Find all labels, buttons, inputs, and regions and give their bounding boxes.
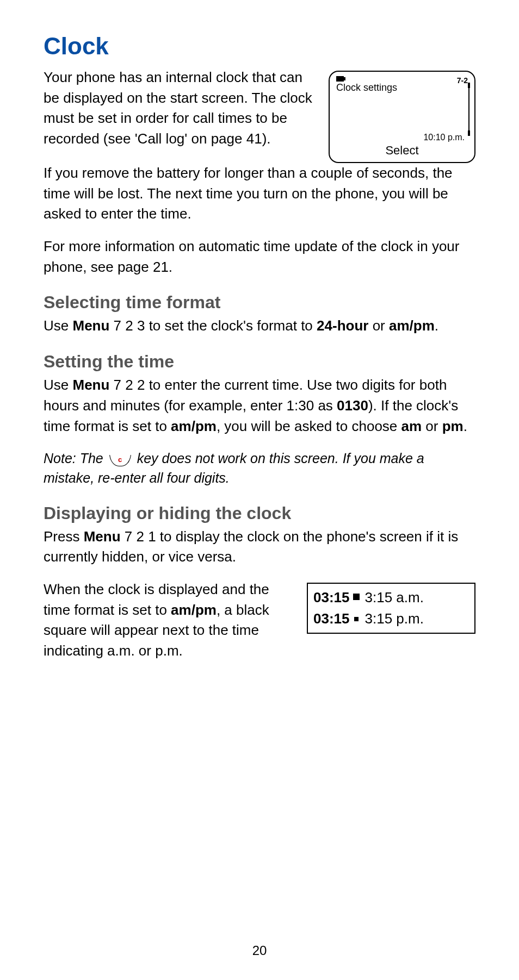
auto-update-paragraph: For more information on automatic time u… (44, 236, 475, 277)
phone-scrollbar (468, 83, 470, 136)
time-plain-pm: 3:15 p.m. (365, 608, 424, 629)
time-plain-am: 3:15 a.m. (365, 587, 424, 608)
phone-menu-number: 7-2 (457, 76, 468, 85)
phone-menu-title: Clock settings (336, 83, 397, 93)
phone-time: 10:10 p.m. (423, 133, 465, 142)
section-displaying-hiding-clock: Displaying or hiding the clock (44, 503, 475, 523)
intro-paragraph: Your phone has an internal clock that ca… (44, 67, 312, 149)
page-number: 20 (0, 943, 519, 958)
sec2-paragraph: Use Menu 7 2 2 to enter the current time… (44, 375, 475, 436)
am-square-icon (353, 594, 360, 600)
battery-paragraph: If you remove the battery for longer tha… (44, 163, 475, 224)
sec1-paragraph: Use Menu 7 2 3 to set the clock's format… (44, 316, 475, 336)
sec2-note: Note: The c key does not work on this sc… (44, 448, 475, 488)
phone-softkey-label: Select (336, 143, 468, 158)
sec3-paragraph-2: When the clock is displayed and the time… (44, 579, 291, 661)
section-selecting-time-format: Selecting time format (44, 292, 475, 313)
phone-screen-figure: Clock settings 7-2 10:10 p.m. Select (329, 71, 475, 163)
pm-square-icon (354, 617, 359, 621)
c-key-icon: c (109, 453, 131, 466)
ampm-indicator-figure: 03:15 3:15 a.m. 03:15 3:15 p.m. (307, 583, 475, 634)
section-setting-the-time: Setting the time (44, 352, 475, 372)
page-title: Clock (44, 33, 475, 60)
sec3-paragraph-1: Press Menu 7 2 1 to display the clock on… (44, 527, 475, 567)
time-bold-pm: 03:15 (313, 608, 350, 629)
time-bold-am: 03:15 (313, 587, 350, 608)
battery-icon (336, 76, 344, 82)
